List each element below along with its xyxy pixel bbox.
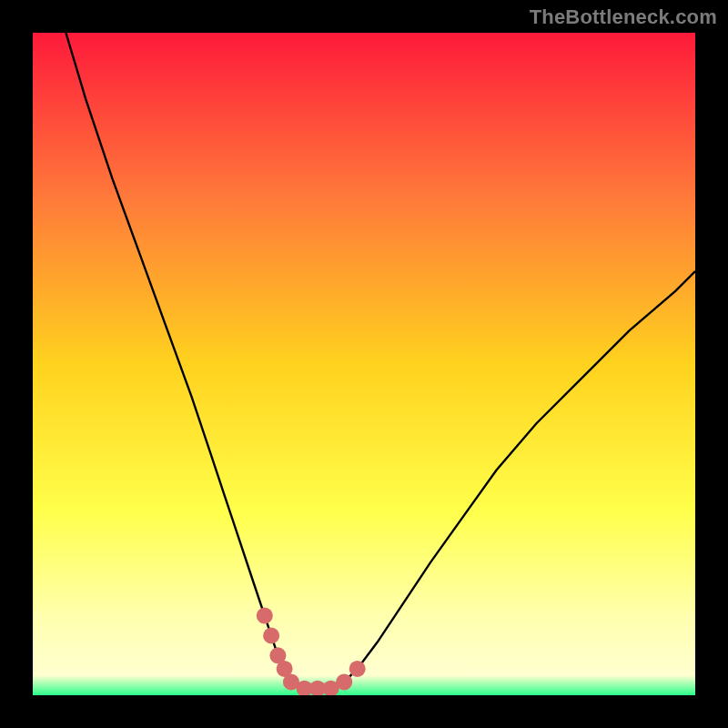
highlight-marker bbox=[349, 661, 366, 677]
highlight-marker bbox=[263, 628, 279, 644]
chart-frame: TheBottleneck.com bbox=[0, 0, 728, 728]
plot-area bbox=[33, 33, 695, 695]
chart-svg bbox=[33, 33, 695, 695]
highlight-marker bbox=[336, 673, 352, 690]
highlight-marker bbox=[257, 608, 273, 624]
watermark-text: TheBottleneck.com bbox=[530, 5, 717, 29]
